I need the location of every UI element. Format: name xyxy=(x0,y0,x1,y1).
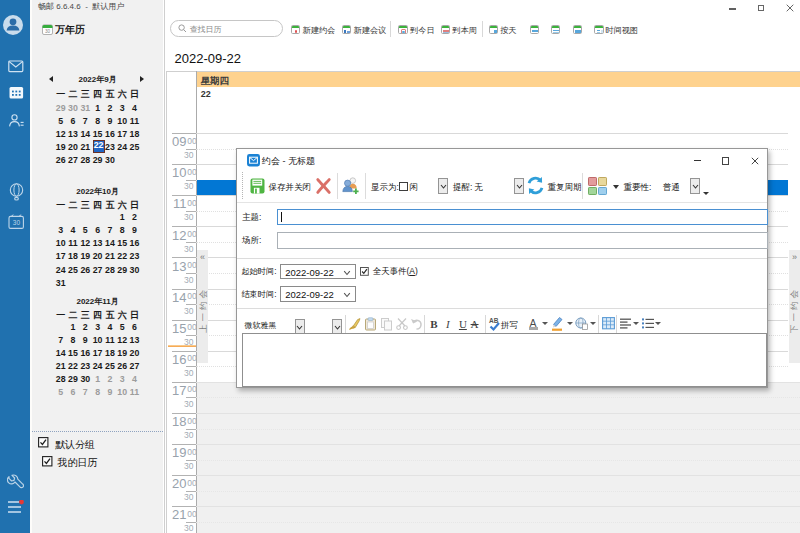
svg-text:30: 30 xyxy=(44,29,50,34)
svg-text:30: 30 xyxy=(12,219,20,226)
svg-text:AB: AB xyxy=(489,316,499,323)
